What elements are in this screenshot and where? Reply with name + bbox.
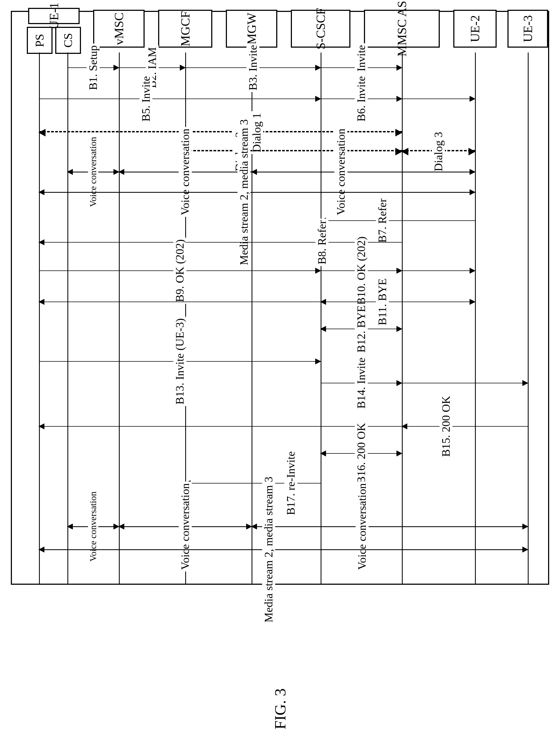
msg-b7: B7. Refer — [321, 220, 475, 221]
msg-dialog1-label: Dialog 1 — [250, 111, 263, 154]
msg-voice2a: Voice conversation — [67, 526, 119, 527]
arrow-right-icon — [395, 129, 402, 136]
msg-b12-label: B12. BYE — [355, 303, 368, 354]
msg-b9-label: B9. OK (202) — [173, 238, 186, 304]
msg-media23b: Media stream 2, media stream 3 — [39, 549, 528, 550]
arrow-left-icon — [38, 299, 44, 305]
msg-voice2b-label: Voice conversation — [179, 482, 192, 572]
arrow-left-icon — [320, 299, 326, 305]
participant-mgcf-label: MGCF — [178, 11, 192, 46]
msg-b14: B14. Invite — [321, 383, 402, 383]
arrow-right-icon — [397, 268, 402, 274]
arrow-left-icon — [67, 524, 73, 529]
arrow-left-icon — [38, 239, 44, 245]
msg-voice1c: Voice conversation — [252, 172, 475, 172]
msg-b13: B13. Invite (UE-3) — [39, 361, 321, 362]
msg-b3-label: B3. Invite — [246, 43, 259, 92]
arrow-right-icon — [315, 268, 321, 274]
arrow-right-icon — [180, 65, 186, 71]
arrow-right-icon — [315, 358, 321, 364]
msg-voice2c-label: Voice conversation — [355, 482, 369, 572]
msg-b12: B12. BYE — [321, 329, 402, 329]
participant-ue1: UE-1 — [28, 8, 80, 24]
participant-scscf: S-CSCF — [291, 10, 350, 47]
arrow-right-icon — [397, 380, 402, 386]
arrow-left-icon — [401, 148, 408, 155]
msg-voice2a-label: Voice conversation — [88, 490, 98, 563]
link-b14-ue3 — [402, 383, 528, 383]
msg-dialog3: Dialog 3 — [402, 150, 475, 151]
lifeline-ue3 — [528, 53, 529, 584]
msg-b6-label: B6. Invite — [355, 74, 368, 123]
msg-voice1b-label: Voice conversation — [179, 127, 192, 217]
participant-ue1-ps: PS — [27, 27, 53, 54]
msg-b9: B9. OK (202) — [39, 270, 321, 271]
msg-b7-label: B7. Refer — [376, 197, 389, 244]
arrow-right-icon — [470, 189, 475, 195]
arrow-right-icon — [522, 524, 528, 529]
arrow-left-icon — [38, 129, 45, 136]
arrow-right-icon — [470, 96, 475, 102]
msg-voice1b: Voice conversation — [119, 172, 252, 172]
arrow-right-icon — [470, 169, 475, 175]
msg-voice1c-label: Voice conversation — [335, 127, 347, 217]
msg-voice1a-label: Voice conversation — [88, 135, 98, 208]
arrow-left-icon — [38, 189, 44, 195]
link-b11-ps — [39, 301, 321, 302]
msg-b11-label: B11. BYE — [376, 277, 389, 327]
participant-vmsc: vMSC — [93, 10, 145, 47]
arrow-left-icon — [251, 524, 257, 529]
participant-mgcf: MGCF — [158, 10, 212, 47]
msg-b13-label: B13. Invite (UE-3) — [173, 317, 186, 406]
participant-mmsc-as: MMSC AS — [364, 10, 440, 47]
lifeline-ue2 — [475, 53, 476, 584]
msg-media23b-label: Media stream 2, media stream 3 — [262, 475, 275, 624]
msg-media23a: Media stream 2, media stream 3 — [39, 192, 475, 193]
msg-b8-label: B8. Refer — [315, 219, 329, 266]
participant-mgw-label: MGW — [245, 13, 259, 45]
msg-b1-label: B1. Setup — [87, 43, 100, 92]
arrow-left-icon — [118, 169, 124, 175]
msg-voice2b: Voice conversation — [119, 526, 252, 527]
msg-b1: B1. Setup — [67, 67, 119, 68]
msg-media23a-label: Media stream 2, media stream 3 — [238, 118, 250, 267]
msg-b5: B5. Invite — [39, 99, 321, 99]
msg-b17: B17. re-Invite — [185, 483, 321, 484]
msg-b16-label: B16. 200 OK — [355, 421, 368, 485]
arrow-right-icon — [522, 547, 528, 553]
msg-b11: B11. BYE — [321, 301, 475, 302]
arrow-right-icon — [468, 148, 475, 155]
arrow-right-icon — [114, 65, 119, 71]
participant-ue3-label: UE-3 — [521, 15, 535, 42]
msg-b16: B16. 200 OK — [321, 453, 402, 454]
participant-ue2: UE-2 — [453, 10, 497, 47]
arrow-left-icon — [67, 169, 73, 175]
arrow-right-icon — [397, 96, 402, 102]
participant-ue1-label: UE-1 — [47, 2, 61, 30]
arrow-right-icon — [470, 268, 475, 274]
arrow-left-icon — [320, 450, 326, 456]
msg-b17-label: B17. re-Invite — [284, 450, 297, 517]
participant-ue3: UE-3 — [507, 10, 548, 47]
arrow-right-icon — [315, 96, 321, 102]
participant-mmsc-as-label: MMSC AS — [395, 1, 409, 57]
msg-dialog3-label: Dialog 3 — [432, 130, 445, 173]
msg-voice1a: Voice conversation — [67, 172, 119, 172]
arrow-right-icon — [470, 299, 475, 305]
arrow-left-icon — [38, 423, 44, 429]
msg-b6: B6. Invite — [321, 99, 402, 99]
msg-dialog1: Dialog 1 — [39, 131, 402, 132]
msg-b15-label: B15. 200 OK — [439, 394, 453, 458]
msg-b10: B10. OK (202) — [321, 270, 402, 271]
arrow-right-icon — [522, 380, 528, 386]
msg-b15: B15. 200 OK — [402, 426, 528, 427]
participant-ue1-cs-label: CS — [61, 33, 75, 47]
participant-mgw: MGW — [226, 10, 277, 47]
arrow-left-icon — [401, 423, 407, 429]
msg-b4: B4. Invite — [321, 67, 402, 68]
figure-caption: FIG. 3 — [271, 688, 289, 729]
arrow-left-icon — [320, 326, 326, 332]
link-b15-ps — [39, 426, 402, 427]
arrow-right-icon — [397, 450, 402, 456]
arrow-left-icon — [38, 547, 44, 553]
